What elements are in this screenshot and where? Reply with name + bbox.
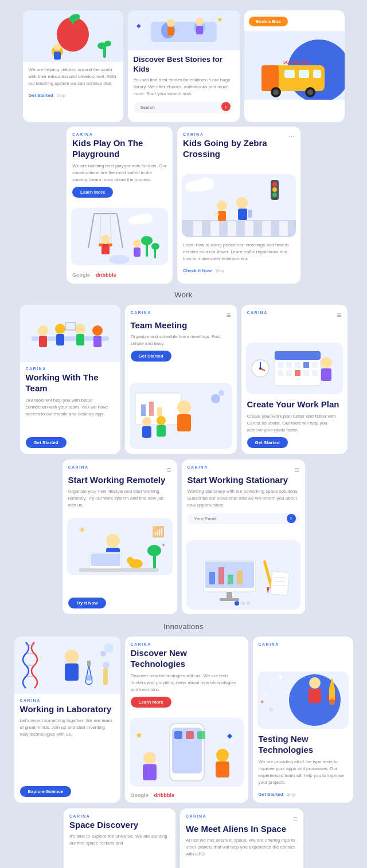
row-4: CARINA ≡ Start Working Remotely Organize… [6,457,361,616]
zebra-illustration [182,174,296,237]
svg-point-144 [235,601,239,606]
svg-rect-89 [142,426,151,438]
svg-point-68 [272,193,277,197]
svg-point-46 [133,239,141,248]
testing-tech-btn-row: Get Started Skip [259,792,348,797]
svg-rect-15 [167,27,174,36]
zebra-desc-content: Learn how to using pedestrian crossings … [177,237,300,284]
workplan-menu-icon[interactable]: ≡ [337,311,341,320]
discover-tech-title: Discover New Technologies [131,647,243,670]
svg-point-41 [109,255,130,264]
innovations-section-label: Innovations [6,622,361,631]
zebra-btn-row: Check it Now Skip [183,268,295,273]
discover-logos-row: Google dribbble [131,792,243,798]
aliens-brand: CARINA [186,814,206,818]
meet-aliens-card: CARINA ≡ We Meet Aliens In Space At last… [180,808,303,868]
svg-point-39 [101,235,110,244]
svg-rect-79 [76,334,84,345]
search-arrow-btn[interactable]: › [221,102,231,111]
lab-explore-btn[interactable]: Explore Science [20,786,72,797]
team-get-started-btn[interactable]: Get Started [26,437,67,448]
remote-menu-icon[interactable]: ≡ [166,465,171,474]
start-stationary-card: CARINA ≡ Start Working Stationary Workin… [182,459,305,614]
svg-rect-61 [214,213,219,215]
email-arrow-btn[interactable]: › [287,514,296,523]
zebra-scene-svg [182,174,296,237]
discover-google-logo: Google [131,792,149,798]
playground-title: Kids Play On The Playground [72,138,167,160]
svg-rect-54 [210,221,219,236]
svg-point-110 [321,357,332,368]
svg-rect-26 [313,70,321,78]
remote-illustration: 📶 ★ ● [67,518,173,575]
svg-point-156 [100,651,106,657]
svg-point-62 [236,197,248,209]
skip-link[interactable]: Skip [57,93,66,98]
svg-point-6 [54,44,61,50]
meeting-brand: CARINA [131,311,151,315]
discover-tech-card: CARINA Discover New Technologies Discove… [125,637,248,803]
svg-point-74 [38,325,48,336]
stationary-scene-svg [186,543,300,606]
svg-rect-100 [278,362,283,368]
svg-rect-91 [157,425,166,437]
meeting-content: CARINA ≡ Team Meeting Organize and sched… [125,305,237,383]
lab-desc: Let's invent something together. We are … [20,717,115,738]
svg-point-96 [218,390,224,396]
working-team-card: CARINA Working With The Team Our tools w… [20,305,120,454]
aliens-menu-icon[interactable]: ≡ [293,814,298,823]
workplan-illustration [246,343,343,394]
workplan-get-started-btn[interactable]: Get Started [247,437,288,448]
playground-learn-btn[interactable]: Learn More [72,187,113,198]
workplan-brand: CARINA [247,311,268,315]
svg-rect-132 [209,572,215,584]
svg-point-90 [157,416,166,425]
svg-point-123 [147,545,161,556]
svg-point-78 [75,324,85,334]
menu-dots-icon[interactable]: ··· [288,131,295,140]
testing-get-started-link[interactable]: Get Started [259,792,283,797]
remote-try-btn[interactable]: Try it Now [68,598,106,608]
search-input[interactable] [134,102,234,113]
dribbble-logo: dribbble [96,272,116,278]
zebra-skip[interactable]: Skip [215,268,224,273]
zebra-content: ··· CARINA Kids Going by Zebra Crossing [177,127,300,174]
svg-point-146 [247,602,250,605]
get-started-link[interactable]: Get Started [29,93,53,98]
stationary-menu-icon[interactable]: ≡ [294,465,299,474]
svg-point-184 [329,698,335,705]
aliens-desc: At last we met aliens in space. We are o… [186,837,298,858]
book-bus-btn[interactable]: Book a Bus [249,17,288,26]
zebra-desc: Learn how to using pedestrian crossings … [183,242,295,262]
meeting-get-started-btn[interactable]: Get Started [131,351,171,362]
svg-rect-159 [103,668,108,685]
meeting-title: Team Meeting [131,320,231,331]
apple-desc: We are helping children around the world… [29,66,118,87]
team-content: CARINA Working With The Team Our tools w… [20,362,120,454]
row-6: CARINA Space Discovery It's time to expl… [6,806,361,868]
check-it-link[interactable]: Check it Now [183,268,212,273]
svg-point-88 [142,417,151,426]
discover-tech-btn[interactable]: Learn More [131,697,171,708]
email-input[interactable] [188,513,299,524]
svg-text:◆: ◆ [227,732,233,740]
testing-skip-link[interactable]: Skip [287,792,296,797]
svg-text:◆: ◆ [136,22,141,29]
remote-content: CARINA ≡ Start Working Remotely Organize… [63,459,177,519]
playground-scene-svg [71,208,168,265]
svg-text:◆: ◆ [260,699,264,704]
svg-point-67 [272,187,277,192]
space-brand: CARINA [69,814,170,818]
svg-rect-101 [286,362,292,368]
svg-rect-140 [270,571,289,595]
lab-illustration [14,637,120,694]
svg-point-166 [143,752,156,764]
lab-scene-svg [14,637,120,694]
svg-rect-154 [87,661,91,666]
meeting-menu-icon[interactable]: ≡ [226,311,231,320]
lab-title: Working in Laboratory [20,704,115,715]
svg-point-158 [103,662,110,669]
workplan-content: CARINA ≡ [241,305,348,343]
create-workplan-card: CARINA ≡ [241,305,348,454]
svg-rect-163 [174,731,182,739]
